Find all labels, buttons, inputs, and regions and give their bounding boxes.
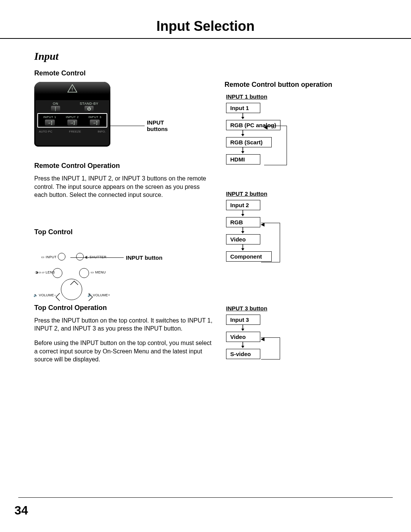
top-control-operation-text-1: Press the INPUT button on the top contro… <box>34 316 213 333</box>
standby-label: STAND-BY <box>72 102 106 105</box>
input2-loop-line <box>261 223 280 262</box>
warning-icon: ! <box>67 84 77 93</box>
input1-label: INPUT 1 <box>39 115 61 119</box>
top-control-illustration: ▭ INPUT ◐ SHUTTER ◑▭▱ LENS ▭ MENU <box>34 241 186 302</box>
top-control-operation-text-2: Before using the INPUT button on the top… <box>34 339 213 364</box>
remote-illustration: ! ON STAND-BY │ ⏻ INPUT 1→] INPUT 2→] <box>34 82 186 154</box>
footer-rule <box>18 497 393 498</box>
input3-item-1: S-video <box>226 349 260 359</box>
input3-head-box: Input 3 <box>226 315 260 325</box>
on-button: │ <box>51 106 60 111</box>
menu-button-circle <box>79 268 89 278</box>
input1-flow-title: INPUT 1 button <box>226 93 388 100</box>
input-button-circle <box>58 253 65 260</box>
button-operation-heading: Remote Control button operation <box>225 81 388 89</box>
input2-head-box: Input 2 <box>226 200 260 210</box>
input3-item-0: Video <box>226 332 260 342</box>
top-control-heading: Top Control <box>34 228 213 236</box>
input1-head-box: Input 1 <box>226 103 260 113</box>
input2-label: INPUT 2 <box>61 115 83 119</box>
page-number: 34 <box>14 503 28 518</box>
input-label: ▭ INPUT <box>41 255 57 259</box>
remote-control-heading: Remote Control <box>34 69 213 77</box>
input3-button: →] <box>90 120 100 126</box>
volume-minus-label: 🔈 VOLUME− <box>33 293 56 297</box>
input2-button: →] <box>67 120 77 126</box>
input-buttons-strip: INPUT 1→] INPUT 2→] INPUT 3→] <box>37 113 107 128</box>
remote-control-operation-text: Press the INPUT 1, INPUT 2, or INPUT 3 b… <box>34 174 213 199</box>
input3-label: INPUT 3 <box>84 115 106 119</box>
autopc-label: AUTO PC <box>39 130 52 133</box>
input3-flow-title: INPUT 3 button <box>226 305 388 312</box>
menu-label: ▭ MENU <box>91 270 106 274</box>
input2-flow-title: INPUT 2 button <box>226 190 388 197</box>
section-heading: Input <box>34 50 388 62</box>
lens-label: ◑▭▱ LENS <box>35 270 55 274</box>
on-label: ON <box>39 102 72 105</box>
input-buttons-callout: INPUT buttons <box>147 119 186 132</box>
volume-plus-label: 🔊 VOLUME+ <box>88 293 110 297</box>
standby-button: ⏻ <box>84 106 94 111</box>
input1-button: →] <box>45 120 55 126</box>
input1-loop-line <box>264 126 287 165</box>
input2-item-1: Video <box>226 234 260 244</box>
remote-control-operation-heading: Remote Control Operation <box>34 162 213 170</box>
input3-loop-line <box>261 337 280 359</box>
input1-item-2: HDMI <box>226 154 260 165</box>
input2-item-0: RGB <box>226 217 260 227</box>
info-label: INFO. <box>98 130 106 133</box>
input-button-callout: INPUT button <box>126 254 162 261</box>
page-title: Input Selection <box>0 0 411 38</box>
svg-text:!: ! <box>72 87 73 92</box>
freeze-label: FREEZE <box>69 130 81 133</box>
